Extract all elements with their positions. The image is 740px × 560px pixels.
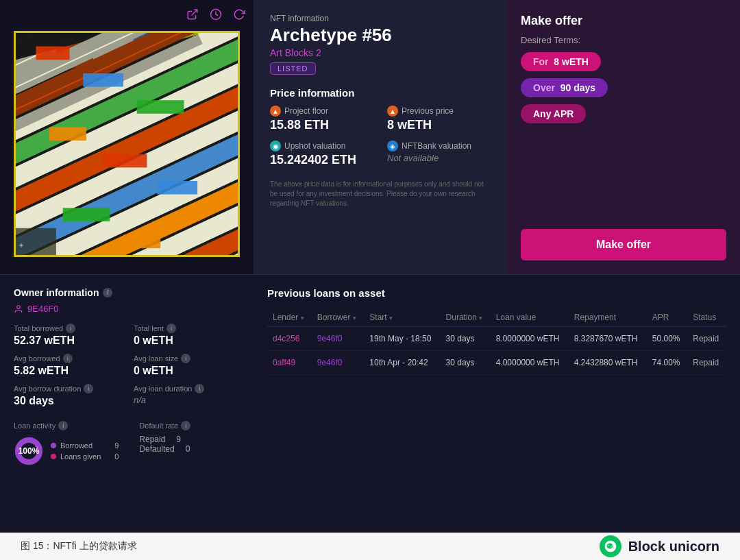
share-icon[interactable] [186, 8, 199, 24]
history-icon[interactable] [210, 8, 222, 24]
col-start[interactable]: Start ▾ [364, 308, 440, 327]
footer-bar: 图 15：NFTfi 上的贷款请求 Block unicorn [0, 533, 740, 560]
cell-lender[interactable]: 0aff49 [267, 351, 312, 375]
borrowed-count: 9 [105, 441, 119, 450]
avg-loan-size-info-icon[interactable]: i [181, 354, 190, 363]
any-apr-button[interactable]: Any APR [521, 104, 586, 123]
col-status[interactable]: Status [687, 308, 726, 327]
loans-table-body: d4c256 9e46f0 19th May - 18:50 30 days 8… [267, 327, 726, 375]
svg-line-0 [192, 10, 197, 15]
col-duration[interactable]: Duration ▾ [441, 308, 491, 327]
cell-apr: 50.00% [647, 327, 687, 351]
col-repayment[interactable]: Repayment [569, 308, 647, 327]
total-lent-value: 0 wETH [134, 334, 240, 347]
col-apr[interactable]: APR [647, 308, 687, 327]
nft-title: Archetype #56 [270, 25, 491, 46]
top-section: ◈ NFT information Archetype #56 Art Bloc… [0, 0, 740, 274]
wechat-icon [600, 535, 621, 557]
avg-borrowed-stat: Avg borrowed i 5.82 wETH [14, 354, 120, 377]
cell-start: 10th Apr - 20:42 [364, 351, 440, 375]
col-borrower[interactable]: Borrower ▾ [312, 308, 365, 327]
nft-collection[interactable]: Art Blocks 2 [270, 47, 491, 58]
avg-loan-duration-value: n/a [134, 395, 240, 405]
nft-image-wrapper: ◈ [14, 31, 240, 257]
svg-rect-34 [103, 154, 147, 168]
bottom-section: Owner information i 9E46F0 Total borrowe… [0, 274, 740, 533]
col-loan-value[interactable]: Loan value [491, 308, 569, 327]
cell-borrower[interactable]: 9e46f0 [312, 327, 365, 351]
total-lent-info-icon[interactable]: i [166, 324, 176, 333]
loan-activity-section: Loan activity i 100% [14, 421, 119, 466]
avg-borrow-duration-value: 30 days [14, 395, 120, 407]
total-lent-stat: Total lent i 0 wETH [134, 324, 240, 347]
upshot-label: ◉ Upshot valuation [270, 141, 373, 151]
price-grid: ▲ Project floor 15.88 ETH ▲ Previous pri… [270, 106, 491, 167]
price-section: Price information ▲ Project floor 15.88 … [270, 87, 491, 167]
cell-repayment: 4.2432880 wETH [569, 351, 647, 375]
loan-activity-info-icon[interactable]: i [58, 421, 68, 430]
cell-start: 19th May - 18:50 [364, 327, 440, 351]
previous-price-label: ▲ Previous price [387, 106, 491, 117]
loans-given-legend: Loans given 0 [51, 452, 119, 461]
avg-loan-duration-info-icon[interactable]: i [195, 384, 204, 393]
project-floor-value: 15.88 ETH [270, 118, 373, 132]
project-floor-item: ▲ Project floor 15.88 ETH [270, 106, 373, 132]
avg-borrow-duration-info-icon[interactable]: i [84, 384, 93, 393]
price-section-title: Price information [270, 87, 491, 99]
cell-borrower[interactable]: 9e46f0 [312, 351, 365, 375]
loans-table: Lender ▾ Borrower ▾ Start ▾ Duration ▾ L… [267, 308, 726, 375]
activity-default-row: Loan activity i 100% [14, 414, 240, 466]
avg-loan-size-value: 0 wETH [134, 365, 240, 377]
activity-percent: 100% [18, 446, 40, 456]
nft-title-area: NFT information Archetype #56 Art Blocks… [270, 14, 491, 75]
make-offer-panel: Make offer Desired Terms: For 8 wETH Ove… [507, 0, 740, 274]
table-row: d4c256 9e46f0 19th May - 18:50 30 days 8… [267, 327, 726, 351]
footer-brand: Block unicorn [600, 535, 719, 557]
upshot-icon: ◉ [270, 141, 281, 151]
listed-badge: LISTED [270, 62, 316, 75]
col-lender[interactable]: Lender ▾ [267, 308, 312, 327]
cell-lender[interactable]: d4c256 [267, 327, 312, 351]
nft-info-panel: NFT information Archetype #56 Art Blocks… [254, 0, 507, 274]
activity-legend: Borrowed 9 Loans given 0 [51, 441, 119, 461]
upshot-valuation-item: ◉ Upshot valuation 15.242402 ETH [270, 141, 373, 167]
total-borrowed-info-icon[interactable]: i [66, 324, 75, 333]
svg-rect-31 [83, 73, 123, 87]
loans-table-panel: Previous loans on asset Lender ▾ Borrowe… [254, 274, 740, 533]
cell-apr: 74.00% [647, 351, 687, 375]
stats-grid: Total borrowed i 52.37 wETH Total lent i… [14, 324, 240, 407]
owner-info-icon[interactable]: i [103, 288, 112, 297]
loans-table-header: Lender ▾ Borrower ▾ Start ▾ Duration ▾ L… [267, 308, 726, 327]
previous-price-icon: ▲ [387, 106, 398, 117]
footer-caption: 图 15：NFTfi 上的贷款请求 [21, 540, 137, 552]
svg-rect-33 [49, 127, 86, 141]
borrowed-legend: Borrowed 9 [51, 441, 119, 450]
svg-rect-35 [157, 181, 197, 195]
project-floor-label: ▲ Project floor [270, 106, 373, 117]
avg-loan-duration-stat: Avg loan duration i n/a [134, 384, 240, 407]
defaulted-count: 0 [186, 444, 190, 454]
cell-status: Repaid [687, 327, 726, 351]
cell-duration: 30 days [441, 327, 491, 351]
loans-table-title: Previous loans on asset [267, 287, 726, 299]
owner-address[interactable]: 9E46F0 [14, 304, 240, 314]
cell-duration: 30 days [441, 351, 491, 375]
total-borrowed-value: 52.37 wETH [14, 334, 120, 347]
avg-loan-size-stat: Avg loan size i 0 wETH [134, 354, 240, 377]
over-days-button[interactable]: Over 90 days [521, 78, 608, 97]
total-borrowed-stat: Total borrowed i 52.37 wETH [14, 324, 120, 347]
svg-rect-32 [137, 100, 184, 114]
defaulted-row: Defaulted 0 [139, 444, 190, 454]
default-rate-info-icon[interactable]: i [181, 421, 190, 430]
for-weth-button[interactable]: For 8 wETH [521, 52, 601, 71]
loans-given-dot [51, 454, 56, 459]
refresh-icon[interactable] [233, 8, 245, 24]
make-offer-button[interactable]: Make offer [521, 229, 726, 260]
nftbank-value: Not available [387, 153, 491, 163]
svg-point-40 [17, 305, 21, 308]
cell-status: Repaid [687, 351, 726, 375]
make-offer-title: Make offer [521, 14, 726, 28]
desired-terms-label: Desired Terms: [521, 35, 726, 45]
nftbank-icon: ◈ [387, 141, 398, 151]
avg-borrowed-info-icon[interactable]: i [63, 354, 73, 363]
